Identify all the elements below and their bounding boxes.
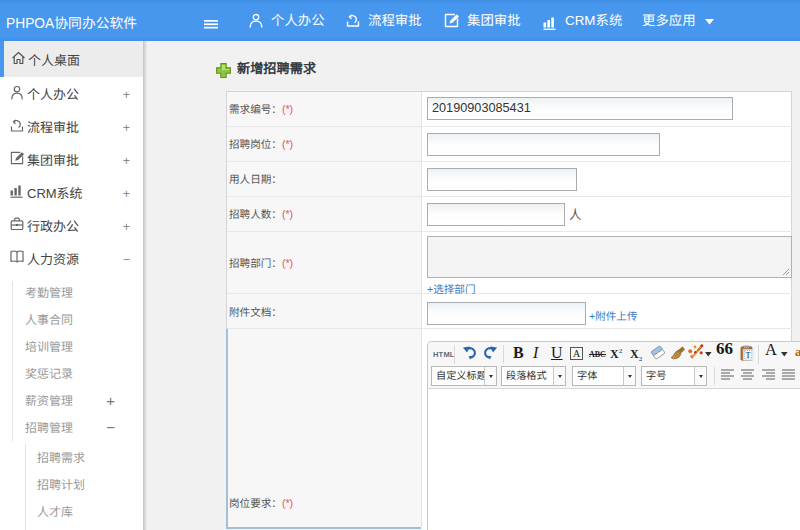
svg-text:T: T — [746, 351, 751, 360]
